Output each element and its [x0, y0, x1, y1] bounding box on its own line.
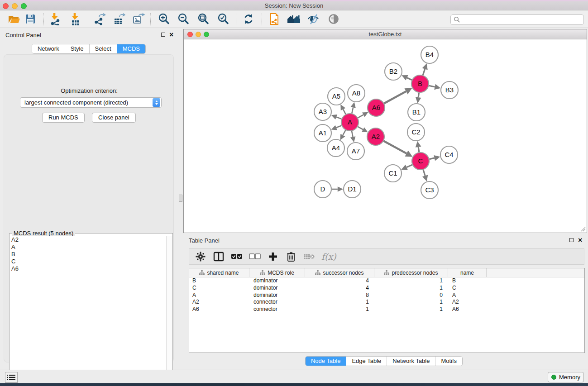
graph-node-A5[interactable]: A5 — [328, 88, 345, 105]
graph-node-B[interactable]: B — [411, 75, 429, 92]
table-cell[interactable]: C — [189, 285, 249, 292]
delete-column-icon[interactable] — [285, 251, 297, 262]
table-cell[interactable]: 0 — [374, 292, 448, 299]
graph-edge-C-C3[interactable] — [422, 170, 428, 181]
graph-edge-A-A8[interactable] — [350, 102, 355, 114]
import-table-icon[interactable] — [67, 11, 84, 27]
mcds-result-item[interactable]: C — [10, 258, 166, 265]
graph-node-D[interactable]: D — [314, 181, 331, 198]
console-button[interactable] — [5, 372, 18, 383]
mcds-result-list[interactable]: A2ABCA6 — [10, 236, 166, 385]
node-table[interactable]: shared nameMCDS rolesuccessor nodesprede… — [189, 268, 585, 353]
select-all-checks-icon[interactable] — [231, 251, 243, 262]
graph-edge-C-C2[interactable] — [416, 141, 421, 152]
show-graphics-details-icon[interactable] — [325, 11, 342, 27]
table-cell[interactable]: B — [189, 277, 249, 285]
import-network-icon[interactable] — [47, 11, 63, 27]
table-cell[interactable]: 1 — [374, 277, 448, 285]
graph-node-C1[interactable]: C1 — [384, 165, 402, 182]
graph-node-C2[interactable]: C2 — [407, 124, 425, 141]
graph-edge-A6-B[interactable] — [384, 88, 412, 104]
table-row[interactable]: A6connector11A6 — [189, 306, 584, 313]
minimize-window-button[interactable] — [12, 3, 18, 9]
column-header-name[interactable]: name — [448, 268, 487, 277]
graph-edge-B-B4[interactable] — [422, 63, 428, 75]
tab-node-table[interactable]: Node Table — [306, 357, 346, 366]
optimization-criterion-select[interactable]: largest connected component (directed) — [20, 97, 162, 108]
search-input[interactable] — [463, 17, 581, 23]
mcds-result-item[interactable]: A6 — [10, 265, 166, 272]
table-cell[interactable]: A6 — [448, 306, 487, 313]
graph-node-C4[interactable]: C4 — [440, 146, 458, 163]
graph-edge-A-A3[interactable] — [331, 114, 342, 119]
zoom-fit-icon[interactable] — [195, 11, 211, 27]
mcds-result-scrollbar[interactable] — [166, 236, 172, 385]
zoom-selected-icon[interactable] — [215, 11, 231, 27]
function-builder-icon[interactable]: f(x) — [321, 252, 336, 262]
column-header-MCDS-role[interactable]: MCDS role — [249, 268, 305, 277]
graph-node-B2[interactable]: B2 — [385, 63, 402, 80]
close-view-button[interactable] — [187, 32, 193, 37]
tab-mcds[interactable]: MCDS — [117, 44, 145, 53]
table-cell[interactable]: A — [448, 292, 487, 299]
close-table-panel-icon[interactable]: × — [578, 238, 582, 243]
export-table-icon[interactable] — [111, 11, 127, 27]
column-visibility-icon[interactable] — [213, 251, 225, 262]
graph-edge-A-A6[interactable] — [358, 112, 368, 118]
zoom-window-button[interactable] — [21, 3, 27, 9]
graph-node-D1[interactable]: D1 — [344, 181, 361, 198]
minimize-view-button[interactable] — [196, 32, 201, 37]
table-cell[interactable]: C — [448, 285, 487, 292]
tab-network-table[interactable]: Network Table — [387, 357, 435, 366]
graph-node-A8[interactable]: A8 — [348, 85, 365, 102]
float-panel-icon[interactable] — [161, 33, 165, 37]
settings-gear-icon[interactable] — [195, 251, 206, 262]
export-image-icon[interactable] — [130, 11, 147, 27]
table-cell[interactable]: 4 — [305, 285, 374, 292]
network-from-file-icon[interactable] — [266, 11, 282, 27]
graph-node-B3[interactable]: B3 — [441, 81, 458, 99]
table-row[interactable]: Cdominator41C — [189, 285, 584, 292]
graph-node-A[interactable]: A — [341, 114, 359, 131]
table-cell[interactable]: dominator — [249, 285, 305, 292]
network-canvas[interactable]: B4B2BB3A8A5A6A3B1AC2A1A2A4A7C4CC1DD1C3 — [184, 40, 586, 232]
tab-network[interactable]: Network — [32, 44, 65, 53]
mcds-result-item[interactable]: A2 — [10, 236, 166, 243]
hide-graphics-details-icon[interactable] — [305, 11, 321, 27]
graph-edge-A-A5[interactable] — [340, 105, 345, 114]
table-cell[interactable]: 8 — [305, 292, 374, 299]
graph-edge-B-B1[interactable] — [416, 93, 421, 103]
deselect-all-checks-icon[interactable] — [249, 251, 261, 262]
open-folder-icon[interactable] — [6, 11, 22, 27]
tab-select[interactable]: Select — [89, 44, 117, 53]
memory-button[interactable]: Memory — [548, 372, 584, 382]
table-cell[interactable]: A6 — [189, 306, 249, 313]
graph-node-B1[interactable]: B1 — [408, 104, 425, 121]
table-row[interactable]: A2connector11A2 — [189, 299, 584, 306]
tab-style[interactable]: Style — [65, 44, 89, 53]
column-header-shared-name[interactable]: shared name — [189, 268, 249, 277]
table-cell[interactable]: A2 — [189, 299, 249, 306]
run-mcds-button[interactable]: Run MCDS — [42, 113, 85, 123]
float-table-panel-icon[interactable] — [569, 238, 574, 242]
graph-edge-A2-C[interactable] — [384, 141, 413, 157]
graph-edge-C-C1[interactable] — [401, 165, 412, 170]
add-column-icon[interactable] — [267, 251, 279, 262]
graph-node-C3[interactable]: C3 — [421, 181, 438, 199]
graph-node-A7[interactable]: A7 — [347, 143, 364, 160]
search-box[interactable] — [450, 14, 584, 25]
graph-node-B4[interactable]: B4 — [421, 46, 438, 63]
mcds-result-item[interactable]: B — [10, 251, 166, 258]
column-header-successor-nodes[interactable]: successor nodes — [305, 268, 374, 277]
graph-edge-B-B3[interactable] — [429, 84, 441, 90]
graph-node-A2[interactable]: A2 — [367, 128, 384, 145]
zoom-out-icon[interactable] — [175, 11, 191, 27]
table-cell[interactable]: 1 — [374, 306, 448, 313]
export-network-icon[interactable] — [91, 11, 108, 27]
graph-node-C[interactable]: C — [412, 152, 429, 170]
table-cell[interactable]: dominator — [249, 292, 305, 299]
graph-node-A3[interactable]: A3 — [314, 103, 331, 120]
table-cell[interactable]: 4 — [305, 277, 374, 285]
network-window-titlebar[interactable]: testGlobe.txt — [184, 29, 587, 39]
mcds-result-item[interactable]: A — [10, 243, 166, 251]
